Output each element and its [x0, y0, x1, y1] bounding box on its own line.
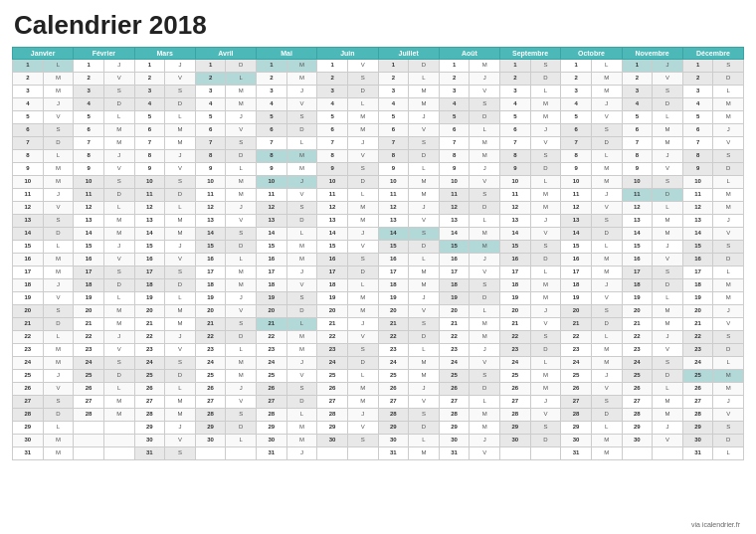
- table-row: 17: [378, 267, 409, 279]
- table-row: 30: [257, 435, 287, 447]
- table-row: 5: [134, 111, 165, 124]
- table-row: M: [286, 254, 317, 267]
- table-row: M: [286, 60, 317, 73]
- table-row: 2: [378, 73, 409, 86]
- table-row: J: [43, 98, 74, 111]
- table-row: 24: [500, 357, 531, 370]
- table-row: 16: [317, 254, 348, 267]
- table-row: 23: [622, 344, 653, 357]
- table-row: 30: [561, 435, 592, 447]
- table-row: S: [103, 267, 134, 279]
- table-row: 7: [561, 137, 592, 150]
- table-row: M: [591, 435, 622, 447]
- table-row: J: [286, 447, 317, 460]
- table-row: V: [470, 176, 500, 189]
- table-row: M: [286, 435, 317, 447]
- table-row: S: [347, 254, 378, 267]
- table-row: 31: [561, 447, 592, 460]
- table-row: 25: [317, 370, 348, 383]
- table-row: M: [653, 228, 683, 241]
- table-row: 10: [134, 176, 165, 189]
- table-row: 5: [439, 111, 470, 124]
- table-row: 3: [622, 86, 653, 98]
- table-row: 27: [561, 396, 592, 409]
- table-row: M: [653, 409, 683, 422]
- table-row: M: [103, 318, 134, 331]
- table-row: 25: [439, 370, 470, 383]
- table-row: V: [653, 163, 683, 176]
- table-row: 18: [561, 279, 592, 292]
- table-row: M: [591, 447, 622, 460]
- table-row: V: [713, 228, 744, 241]
- table-row: 21: [622, 318, 653, 331]
- table-row: M: [165, 305, 196, 318]
- table-row: D: [226, 60, 257, 73]
- table-row: 11: [500, 189, 531, 202]
- table-row: V: [165, 73, 196, 86]
- table-row: 31: [257, 447, 287, 460]
- table-row: 31: [378, 447, 409, 460]
- table-row: V: [286, 98, 317, 111]
- table-row: S: [347, 435, 378, 447]
- table-row: 27: [317, 396, 348, 409]
- table-row: M: [470, 241, 500, 254]
- calendar-table: Janvier Février Mars Avril Mai Juin Juil…: [12, 47, 744, 460]
- table-row: 9: [317, 163, 348, 176]
- table-row: D: [103, 98, 134, 111]
- table-row: V: [409, 396, 440, 409]
- table-row: 7: [13, 137, 44, 150]
- table-row: 8: [195, 150, 226, 163]
- table-row: 28: [500, 409, 531, 422]
- table-row: 19: [378, 292, 409, 305]
- table-row: 6: [682, 124, 713, 137]
- table-row: 22: [378, 331, 409, 344]
- table-row: 15: [439, 241, 470, 254]
- table-row: 25: [13, 370, 44, 383]
- table-row: J: [409, 202, 440, 215]
- table-row: 4: [622, 98, 653, 111]
- table-row: L: [286, 409, 317, 422]
- table-row: 6: [561, 124, 592, 137]
- table-row: 4: [134, 98, 165, 111]
- table-row: M: [591, 163, 622, 176]
- table-row: M: [347, 215, 378, 228]
- table-row: L: [591, 331, 622, 344]
- table-row: 1: [500, 60, 531, 73]
- table-row: S: [347, 73, 378, 86]
- table-row: V: [347, 241, 378, 254]
- table-row: [653, 447, 683, 460]
- table-row: 24: [561, 357, 592, 370]
- table-row: V: [43, 383, 74, 396]
- table-row: 5: [317, 111, 348, 124]
- table-row: 29: [195, 422, 226, 435]
- table-row: 27: [74, 396, 104, 409]
- table-row: 31: [134, 447, 165, 460]
- table-row: 9: [500, 163, 531, 176]
- table-row: 28: [622, 409, 653, 422]
- table-row: 26: [13, 383, 44, 396]
- table-row: 11: [682, 189, 713, 202]
- table-row: 12: [317, 202, 348, 215]
- table-row: 10: [378, 176, 409, 189]
- table-row: 12: [682, 202, 713, 215]
- table-row: 26: [257, 383, 287, 396]
- table-row: M: [347, 305, 378, 318]
- table-row: J: [347, 228, 378, 241]
- table-row: 27: [13, 396, 44, 409]
- table-row: 15: [500, 241, 531, 254]
- table-row: 2: [682, 73, 713, 86]
- table-row: 7: [622, 137, 653, 150]
- table-row: 9: [561, 163, 592, 176]
- table-row: S: [530, 60, 561, 73]
- table-row: M: [43, 86, 74, 98]
- table-row: D: [713, 163, 744, 176]
- table-row: M: [103, 137, 134, 150]
- table-row: L: [43, 331, 74, 344]
- table-row: 16: [439, 254, 470, 267]
- table-row: 15: [682, 241, 713, 254]
- table-row: 16: [13, 254, 44, 267]
- table-row: 29: [682, 422, 713, 435]
- table-row: 7: [195, 137, 226, 150]
- table-row: 17: [195, 267, 226, 279]
- table-row: S: [591, 396, 622, 409]
